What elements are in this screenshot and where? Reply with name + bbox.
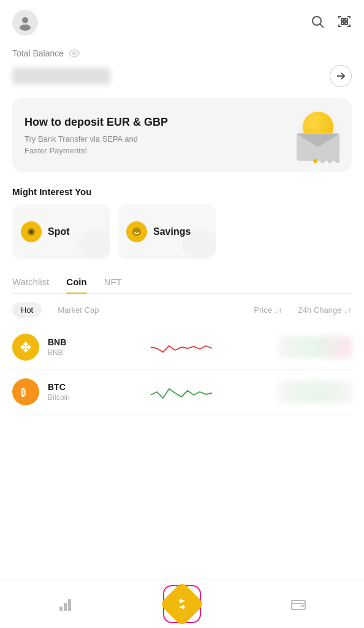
exchange-button[interactable] xyxy=(159,581,205,627)
tabs-row: Watchlist Coin NFT xyxy=(12,277,352,294)
svg-point-8 xyxy=(73,52,76,55)
filter-24h-sort[interactable]: 24h Change ↓↑ xyxy=(298,305,352,315)
tab-nft[interactable]: NFT xyxy=(104,277,122,293)
coin-row-btc[interactable]: ₿ BTC Bitcoin xyxy=(12,370,352,415)
balance-label: Total Balance xyxy=(12,48,352,59)
svg-rect-4 xyxy=(341,18,344,21)
bnb-price xyxy=(272,336,352,358)
bnb-name: BNB xyxy=(48,348,91,357)
header xyxy=(0,0,364,42)
svg-point-11 xyxy=(29,230,33,234)
svg-text:₿: ₿ xyxy=(21,387,26,397)
banner-title: How to deposit EUR & GBP xyxy=(25,116,168,129)
balance-amount-blurred xyxy=(12,67,110,85)
balance-arrow-button[interactable] xyxy=(330,65,352,87)
svg-rect-22 xyxy=(292,600,305,610)
spot-label: Spot xyxy=(48,226,70,237)
svg-rect-6 xyxy=(341,22,344,25)
banner-text: How to deposit EUR & GBP Try Bank Transf… xyxy=(25,116,168,156)
btc-name: Bitcoin xyxy=(48,393,91,402)
banner-subtitle: Try Bank Transfer via SEPA and Faster Pa… xyxy=(25,134,159,156)
svg-line-3 xyxy=(320,25,324,28)
bnb-symbol: BNB xyxy=(48,337,91,347)
interest-card-savings[interactable]: Savings xyxy=(118,204,216,259)
svg-rect-5 xyxy=(345,18,347,21)
filter-hot[interactable]: Hot xyxy=(12,302,42,318)
nav-exchange[interactable] xyxy=(151,580,213,628)
savings-icon xyxy=(126,221,147,242)
tab-coin[interactable]: Coin xyxy=(66,277,86,293)
banner-dot-4 xyxy=(335,159,339,163)
btc-sparkline xyxy=(99,380,264,404)
svg-rect-23 xyxy=(301,605,304,607)
bottom-nav xyxy=(0,579,364,628)
svg-rect-20 xyxy=(64,603,67,611)
btc-price xyxy=(272,381,352,403)
banner-dot-1 xyxy=(313,159,317,163)
balance-section: Total Balance xyxy=(0,42,364,96)
coin-row-bnb[interactable]: BNB BNB xyxy=(12,325,352,370)
bnb-logo xyxy=(12,334,39,361)
filter-market-cap[interactable]: Market Cap xyxy=(49,302,107,318)
svg-point-0 xyxy=(22,17,28,23)
filter-price-sort[interactable]: Price ↓↑ xyxy=(254,305,282,315)
scan-icon[interactable] xyxy=(337,14,352,31)
bnb-sparkline xyxy=(99,335,264,359)
banner-illustration xyxy=(284,112,339,161)
banner-dots xyxy=(313,159,339,163)
svg-point-12 xyxy=(132,228,141,236)
exchange-icon xyxy=(174,596,190,612)
tabs-section: Watchlist Coin NFT xyxy=(0,272,364,294)
wallet-icon xyxy=(290,595,307,613)
svg-marker-17 xyxy=(24,345,28,349)
svg-rect-7 xyxy=(345,22,347,25)
tab-watchlist[interactable]: Watchlist xyxy=(12,277,49,293)
svg-rect-21 xyxy=(68,599,71,611)
btc-logo: ₿ xyxy=(12,378,39,405)
btc-symbol: BTC xyxy=(48,382,91,392)
nav-wallet[interactable] xyxy=(278,591,319,618)
banner-dot-2 xyxy=(320,159,325,163)
interest-card-spot[interactable]: Spot xyxy=(12,204,110,259)
filter-row: Hot Market Cap Price ↓↑ 24h Change ↓↑ xyxy=(0,302,364,325)
interest-section-title: Might Interest You xyxy=(0,184,364,204)
balance-row xyxy=(12,65,352,87)
banner-envelope-flap xyxy=(297,134,339,147)
markets-icon xyxy=(57,595,74,613)
banner-card[interactable]: How to deposit EUR & GBP Try Bank Transf… xyxy=(12,98,352,172)
balance-title-text: Total Balance xyxy=(12,48,64,58)
banner-dot-3 xyxy=(328,159,332,163)
avatar[interactable] xyxy=(12,10,38,36)
eye-icon[interactable] xyxy=(69,48,80,59)
nav-markets[interactable] xyxy=(45,591,86,618)
btc-info: BTC Bitcoin xyxy=(48,382,91,402)
spot-watermark xyxy=(74,223,110,259)
header-icons xyxy=(310,14,352,31)
svg-point-1 xyxy=(20,25,31,31)
coin-list: BNB BNB ₿ BTC Bitcoin xyxy=(0,325,364,415)
svg-rect-19 xyxy=(59,607,63,611)
bnb-info: BNB BNB xyxy=(48,337,91,357)
search-icon[interactable] xyxy=(310,14,325,31)
savings-watermark xyxy=(179,223,216,259)
svg-point-2 xyxy=(313,17,321,25)
interest-scroll: Spot Savings xyxy=(0,204,364,272)
spot-icon xyxy=(21,221,42,242)
